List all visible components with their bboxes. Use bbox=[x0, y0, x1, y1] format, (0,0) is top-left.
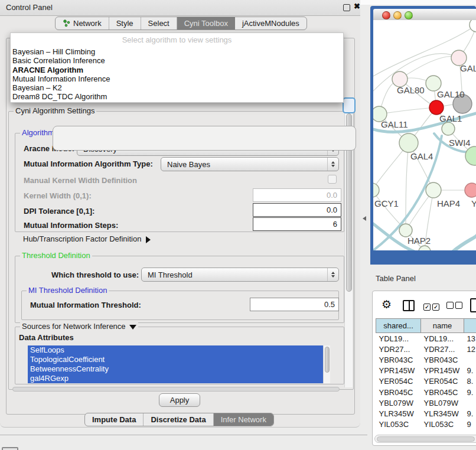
scrollbar-thumb[interactable] bbox=[377, 436, 475, 442]
node-gal1-red[interactable] bbox=[429, 100, 444, 115]
tab-cyni-toolbox-label: Cyni Toolbox bbox=[184, 19, 228, 28]
tab-impute-data[interactable]: Impute Data bbox=[85, 413, 144, 426]
mac-close-icon[interactable] bbox=[382, 11, 390, 19]
hub-factor-expander[interactable]: Hub/Transcription Factor Definition bbox=[23, 234, 151, 243]
which-threshold-value: MI Threshold bbox=[142, 270, 327, 279]
sources-group-title[interactable]: Sources for Network Inference bbox=[20, 322, 138, 331]
attribute-item[interactable]: TopologicalCoefficient bbox=[28, 355, 330, 364]
node-salmon[interactable] bbox=[465, 183, 476, 197]
tab-infer-network-label: Infer Network bbox=[221, 415, 266, 424]
algorithm-option[interactable]: Basic Correlation Inference bbox=[12, 56, 342, 65]
tab-network[interactable]: Network bbox=[56, 17, 109, 30]
node-label: HAP2 bbox=[407, 236, 431, 246]
which-threshold-combobox[interactable]: MI Threshold bbox=[141, 268, 339, 282]
column-header-shared[interactable]: shared... bbox=[376, 319, 421, 333]
threshold-definition-group: Threshold Definition Which threshold to … bbox=[15, 256, 344, 323]
settings-horizontal-scrollbar[interactable] bbox=[11, 386, 343, 392]
cell: YBR045C bbox=[376, 387, 421, 397]
node[interactable] bbox=[470, 20, 476, 32]
tab-cyni-toolbox[interactable]: Cyni Toolbox bbox=[177, 17, 235, 30]
node-table: shared... name YDL19... YDL19... 13 YDR2… bbox=[376, 318, 476, 430]
table-row[interactable]: YLR345W YLR345W 9. bbox=[376, 408, 476, 419]
mac-zoom-icon[interactable] bbox=[405, 11, 413, 19]
node-hap2[interactable] bbox=[399, 224, 412, 237]
apply-button[interactable]: Apply bbox=[159, 393, 200, 407]
table-row[interactable]: YDR27... YDR27... 12 bbox=[376, 344, 476, 354]
table-row[interactable]: YER054C YER054C 8. bbox=[376, 376, 476, 387]
cyni-algorithm-settings-title: Cyni Algorithm Settings bbox=[14, 106, 96, 115]
mi-steps-field[interactable]: 6 bbox=[253, 217, 341, 231]
control-panel-title: Control Panel bbox=[6, 3, 53, 12]
algorithm-option[interactable]: Dream8 DC_TDC Algorithm bbox=[12, 92, 342, 101]
float-window-icon[interactable] bbox=[343, 4, 350, 11]
mac-minimize-icon[interactable] bbox=[393, 11, 402, 19]
algorithm-option-selected[interactable]: ARACNE Algorithm bbox=[12, 66, 342, 74]
function-builder-icon[interactable] bbox=[470, 298, 476, 312]
scrollbar-thumb[interactable] bbox=[325, 347, 330, 373]
node-label: GAL11 bbox=[381, 119, 408, 129]
attribute-item[interactable]: gal4RGexp bbox=[28, 374, 330, 383]
settings-vertical-scrollbar[interactable] bbox=[344, 112, 353, 387]
table-row[interactable]: YBL079W YBL079W bbox=[376, 397, 476, 408]
table-row[interactable]: YBR045C YBR045C 9. bbox=[376, 387, 476, 397]
column-header-name[interactable]: name bbox=[421, 319, 464, 333]
node-gcy1[interactable] bbox=[373, 183, 379, 197]
table-row[interactable]: YBR043C YBR043C bbox=[376, 354, 476, 365]
network-canvas[interactable]: GAL GAL80 GAL10 GAL1 GAL11 SWI4 GAL4 GCY… bbox=[373, 20, 476, 250]
cell: YLR345W bbox=[376, 408, 421, 419]
table-header-row: shared... name bbox=[376, 319, 476, 333]
control-panel-tabbar: Network Style Select Cyni Toolbox jActiv… bbox=[55, 17, 307, 30]
attribute-item[interactable]: SelfLoops bbox=[28, 345, 330, 355]
algorithm-combobox-fragment[interactable] bbox=[343, 97, 356, 113]
tab-select[interactable]: Select bbox=[141, 17, 177, 30]
table-row[interactable]: YPR145W YPR145W 9. bbox=[376, 366, 476, 376]
mi-threshold-definition-title: MI Threshold Definition bbox=[27, 286, 109, 295]
attribute-item[interactable]: BetweennessCentrality bbox=[28, 364, 330, 374]
table-horizontal-scrollbar[interactable] bbox=[374, 435, 476, 443]
kernel-width-label: Kernel Width (0,1): bbox=[24, 191, 92, 200]
panel-splitter-handle[interactable] bbox=[363, 216, 366, 221]
cell: YDR27... bbox=[421, 344, 464, 354]
tab-jactivemnodules[interactable]: jActiveMNodules bbox=[235, 17, 307, 30]
node-swi4[interactable] bbox=[465, 146, 476, 165]
node-hap4[interactable] bbox=[426, 182, 441, 198]
tab-network-label: Network bbox=[73, 19, 102, 28]
column-header-partial[interactable] bbox=[464, 319, 476, 333]
data-attributes-label: Data Attributes bbox=[19, 333, 74, 342]
mi-threshold-field[interactable]: 0.5 bbox=[250, 298, 339, 311]
tab-style[interactable]: Style bbox=[109, 17, 141, 30]
network-window-titlebar[interactable] bbox=[373, 9, 476, 21]
dpi-tolerance-field[interactable]: 0.0 bbox=[253, 203, 341, 217]
algorithm-option[interactable]: Bayesian – Hill Climbing bbox=[12, 47, 342, 56]
node-gal4[interactable] bbox=[399, 133, 418, 152]
attributes-scrollbar[interactable] bbox=[323, 345, 330, 383]
unselect-all-columns-icon[interactable] bbox=[446, 302, 462, 311]
algorithm-option[interactable]: Mutual Information Inference bbox=[12, 74, 342, 83]
mi-algorithm-type-label: Mutual Information Algorithm Type: bbox=[24, 159, 153, 168]
table-panel-body: ⚙ ✓✓ shared... name YDL19... YDL19... bbox=[372, 291, 476, 446]
table-panel-title: Table Panel bbox=[376, 274, 416, 283]
cell: 9 bbox=[464, 419, 476, 430]
combo-spinner-icon bbox=[327, 268, 338, 281]
data-attributes-list: SelfLoops TopologicalCoefficient Between… bbox=[28, 345, 330, 383]
cell: YDR27... bbox=[376, 344, 421, 354]
tab-discretize-data[interactable]: Discretize Data bbox=[144, 413, 213, 426]
manual-kernel-width-checkbox[interactable] bbox=[328, 175, 337, 184]
algorithm-option[interactable]: Bayesian – K2 bbox=[12, 83, 342, 92]
close-icon[interactable]: ✖ bbox=[354, 2, 360, 11]
scrollbar-thumb[interactable] bbox=[12, 387, 340, 392]
gear-icon[interactable]: ⚙ bbox=[382, 299, 392, 310]
algorithm-dropdown-list: Bayesian – Hill Climbing Basic Correlati… bbox=[12, 47, 342, 102]
combo-spinner-icon bbox=[327, 158, 338, 171]
expander-right-arrow-icon bbox=[146, 236, 151, 243]
table-row[interactable]: YIL053C YIL053C 9 bbox=[376, 419, 476, 430]
tab-infer-network[interactable]: Infer Network bbox=[214, 413, 273, 426]
table-row[interactable]: YDL19... YDL19... 13 bbox=[376, 333, 476, 344]
node[interactable] bbox=[442, 122, 455, 135]
cell: 12 bbox=[464, 344, 476, 354]
mi-algorithm-type-combobox[interactable]: Naive Bayes bbox=[161, 157, 339, 171]
collapsed-panel-button[interactable] bbox=[2, 447, 18, 450]
select-all-columns-icon[interactable]: ✓✓ bbox=[423, 302, 439, 311]
screen: Control Panel ✖ Network Style bbox=[0, 0, 476, 450]
columns-icon[interactable] bbox=[403, 300, 415, 311]
